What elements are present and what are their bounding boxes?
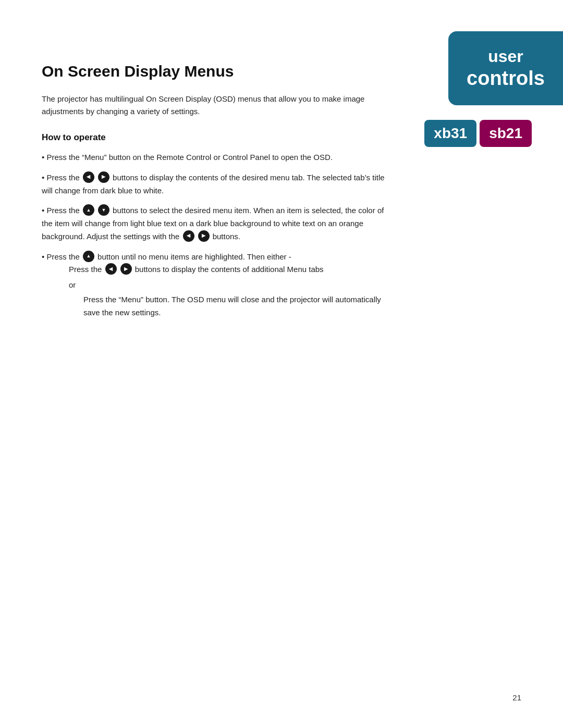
up-button-icon: ▲ xyxy=(83,204,94,216)
right-button-icon: ▶ xyxy=(98,171,109,183)
page-title: On Screen Display Menus xyxy=(42,63,396,80)
left-button-icon-2: ◀ xyxy=(183,230,194,242)
page-number: 21 xyxy=(512,693,521,702)
page-container: user controls On Screen Display Menus Th… xyxy=(0,0,563,728)
bullet-item-3: • Press the ▲▼ buttons to select the des… xyxy=(42,204,396,243)
badge-xb31: xb31 xyxy=(424,120,476,147)
main-content: On Screen Display Menus The projector ha… xyxy=(42,63,396,319)
left-button-icon-3: ◀ xyxy=(105,263,117,275)
bullet-item-2: • Press the ◀▶ buttons to display the co… xyxy=(42,171,396,198)
intro-text: The projector has multilingual On Screen… xyxy=(42,93,396,118)
up-icon-single: ▲ xyxy=(82,251,95,263)
header-banner: user controls xyxy=(448,31,563,105)
ud-icons-1: ▲▼ xyxy=(82,205,111,216)
lr-icons-1: ◀▶ xyxy=(82,172,111,183)
bullet-item-4: • Press the ▲ button until no menu items… xyxy=(42,251,396,319)
left-button-icon: ◀ xyxy=(83,171,94,183)
down-button-icon: ▼ xyxy=(98,204,109,216)
sub-bullet-1: Press the ◀▶ buttons to display the cont… xyxy=(69,263,396,276)
right-button-icon-2: ▶ xyxy=(198,230,210,242)
controls-label: controls xyxy=(464,67,547,90)
badge-sb21: sb21 xyxy=(480,120,532,147)
lr-icons-3: ◀▶ xyxy=(104,264,133,275)
sub-sub-bullet: Press the “Menu” button. The OSD menu wi… xyxy=(83,293,396,319)
or-text: or xyxy=(69,280,396,289)
model-badges: xb31 sb21 xyxy=(424,120,532,147)
user-label: user xyxy=(464,47,547,66)
section-heading: How to operate xyxy=(42,132,396,143)
lr-icons-2: ◀▶ xyxy=(182,231,211,242)
bullet-item-1: • Press the “Menu” button on the Remote … xyxy=(42,151,396,164)
right-button-icon-3: ▶ xyxy=(120,263,132,275)
up-button-icon-2: ▲ xyxy=(83,251,94,262)
